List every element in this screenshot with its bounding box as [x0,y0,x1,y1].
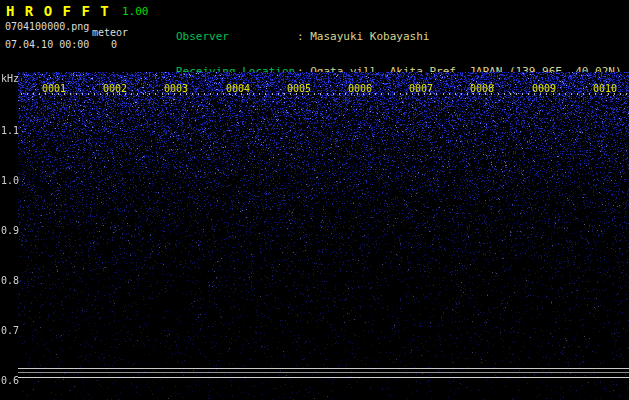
freq-tick-label: 0.7 [1,325,18,336]
freq-tick-label: 0.6 [1,375,18,386]
time-tick-label: 0004 [226,83,250,94]
meteor-count-label: meteor [92,27,128,38]
hrofft-screen: { "app": { "title": "H R O F F T", "vers… [0,0,629,400]
time-tick-label: 0009 [532,83,556,94]
freq-tick-label: 1.1 [1,125,18,136]
time-tick-label: 0008 [470,83,494,94]
time-tick-label: 0005 [287,83,311,94]
timestamp: 07.04.10 00:00 [5,39,89,50]
info-row-observer: Observer: Masayuki Kobayashi [176,31,622,43]
output-filename: 0704100000.png [5,21,89,32]
app-title: H R O F F T [6,3,110,19]
freq-tick-label: 0.8 [1,275,18,286]
app-version: 1.00 [122,5,149,18]
freq-axis-unit: kHz [1,73,18,84]
info-value: : Masayuki Kobayashi [297,31,429,43]
time-tick-label: 0002 [103,83,127,94]
meteor-count-value: 0 [111,39,117,50]
spectrogram-canvas [18,72,629,400]
info-label: Observer [176,31,297,43]
time-tick-label: 0003 [164,83,188,94]
time-tick-label: 0006 [348,83,372,94]
freq-tick-label: 0.9 [1,225,18,236]
freq-tick-label: 1.0 [1,175,18,186]
time-tick-label: 0007 [409,83,433,94]
time-tick-label: 0001 [42,83,66,94]
time-tick-label: 0010 [593,83,617,94]
